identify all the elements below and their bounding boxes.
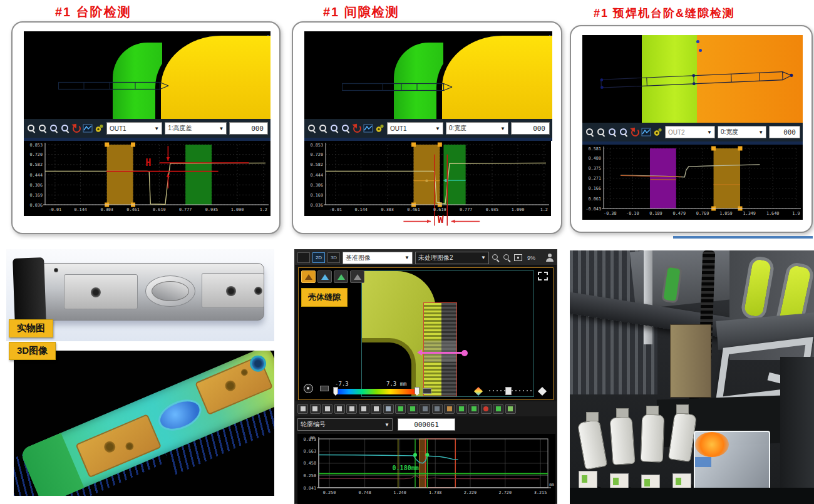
svg-text:1.640: 1.640 xyxy=(766,211,779,216)
zoom-area-icon[interactable] xyxy=(49,123,59,134)
product-photo: 实物图 xyxy=(6,249,274,341)
measure-height-icon[interactable] xyxy=(456,404,467,414)
fullscreen-icon[interactable] xyxy=(538,272,548,280)
profile-compare-button[interactable] xyxy=(317,270,332,283)
zoom-select-icon[interactable] xyxy=(371,404,381,414)
mask-icon[interactable] xyxy=(420,404,430,414)
zoom-in-icon[interactable] xyxy=(492,254,500,262)
profile-number-value[interactable]: 000061 xyxy=(398,418,455,431)
measure-select[interactable]: 1:高度差▼ xyxy=(165,122,227,135)
gap-profile-chart[interactable]: W0.8530.7200.5820.4440.3060.1690.036-0.0… xyxy=(304,141,551,235)
report-icon[interactable] xyxy=(505,404,516,414)
scale-min: -7.3 xyxy=(335,381,349,387)
scrollbar-handle[interactable] xyxy=(505,387,512,395)
reset-icon[interactable] xyxy=(630,127,640,138)
zoom-fit-icon[interactable] xyxy=(341,123,351,134)
zoom-out-icon[interactable] xyxy=(38,123,48,134)
output-select[interactable]: OUT2▼ xyxy=(665,126,715,138)
zoom-fit-icon[interactable] xyxy=(346,404,357,414)
grid-icon[interactable] xyxy=(383,404,394,414)
zoom-area-icon[interactable] xyxy=(329,123,339,134)
color-map-button[interactable] xyxy=(334,270,348,283)
zoom-out-icon[interactable] xyxy=(503,254,512,262)
user-icon[interactable] xyxy=(545,254,554,262)
value-display[interactable]: 000 xyxy=(769,126,800,138)
tab-3d[interactable]: 3D xyxy=(327,252,340,263)
center-boss xyxy=(145,275,195,307)
settings-icon[interactable] xyxy=(374,123,384,134)
zoom-100-icon[interactable] xyxy=(359,404,369,414)
scale-handle[interactable] xyxy=(415,387,420,396)
palette-icon[interactable] xyxy=(320,386,329,391)
color-scale[interactable] xyxy=(335,389,418,394)
pad-hole xyxy=(224,379,237,393)
black-clamp xyxy=(13,257,46,325)
zoom-in-icon[interactable] xyxy=(585,127,595,138)
measure-select[interactable]: 0:宽度▼ xyxy=(446,122,508,135)
output-select[interactable]: OUT1▼ xyxy=(387,122,443,135)
color-scale-bar: -7.3 7.3 mm xyxy=(300,381,552,398)
zoom-out-icon[interactable] xyxy=(318,123,328,134)
zoom-in-icon[interactable] xyxy=(310,404,321,414)
zoom-fit-icon[interactable] xyxy=(60,123,70,134)
roi-icon[interactable] xyxy=(432,404,443,414)
chevron-down-icon: ▼ xyxy=(500,126,505,131)
image-overlay-icon[interactable] xyxy=(408,404,418,414)
zoom-in-icon[interactable] xyxy=(26,123,36,134)
profile-graph-icon[interactable] xyxy=(363,123,373,134)
tab-2d[interactable]: 2D xyxy=(312,252,325,263)
settings-icon[interactable] xyxy=(652,127,662,138)
prewelder-profile-chart[interactable]: 0.5810.4800.3750.2710.1660.061-0.043-0.3… xyxy=(582,145,803,222)
grid-view-button[interactable] xyxy=(297,252,310,263)
zoom-out-icon[interactable] xyxy=(322,404,332,414)
processing-select[interactable]: 未处理图像2▼ xyxy=(415,252,489,264)
export-icon[interactable] xyxy=(493,404,503,414)
zoom-in-icon[interactable] xyxy=(307,123,317,134)
profile-graph-icon[interactable] xyxy=(641,127,651,138)
svg-text:0.582: 0.582 xyxy=(311,162,323,167)
gap-measurement-arrow[interactable] xyxy=(421,352,463,354)
shell-gap-profile-chart[interactable]: 0.180mm0.8730.6630.4580.2500.0410.2500.7… xyxy=(297,434,555,504)
record-icon[interactable] xyxy=(481,404,492,414)
measurement-roi[interactable] xyxy=(342,81,458,93)
value-display[interactable]: 000 xyxy=(229,122,268,135)
marker-diamond-icon[interactable] xyxy=(474,387,483,396)
fit-screen-icon[interactable] xyxy=(514,254,522,261)
zoom-fit-icon[interactable] xyxy=(619,127,629,138)
reset-icon[interactable] xyxy=(352,123,362,134)
zoom-area-icon[interactable] xyxy=(607,127,617,138)
photo-label: 实物图 xyxy=(9,319,53,337)
scale-handle[interactable] xyxy=(333,387,338,396)
svg-text:0.169: 0.169 xyxy=(30,193,43,198)
zoom-area-icon[interactable] xyxy=(334,404,345,414)
zoom-icon-group xyxy=(307,123,384,134)
value-display[interactable]: 000 xyxy=(511,122,550,135)
mask-button[interactable] xyxy=(350,270,364,283)
svg-text:0.444: 0.444 xyxy=(30,173,43,178)
step-profile-chart[interactable]: H0.8530.7200.5820.4440.3060.1690.036-0.0… xyxy=(24,141,270,219)
image-select[interactable]: 基准图像▼ xyxy=(343,252,413,264)
measure-select[interactable]: 0:宽度▼ xyxy=(718,126,766,138)
weld-pad xyxy=(64,274,138,309)
height-image-button[interactable] xyxy=(301,270,316,283)
marker-diamond-icon[interactable] xyxy=(538,387,547,396)
target-icon[interactable] xyxy=(304,384,313,393)
profile-graph-icon[interactable] xyxy=(83,123,93,134)
profile-number-select[interactable]: 轮廓编号▼ xyxy=(297,418,393,431)
image-compare-icon[interactable] xyxy=(395,404,406,414)
reset-icon[interactable] xyxy=(71,123,81,134)
display-mode-buttons xyxy=(301,270,364,283)
measure-width-icon[interactable] xyxy=(444,404,455,414)
zoom-out-icon[interactable] xyxy=(596,127,606,138)
settings-icon[interactable] xyxy=(94,123,104,134)
h-scrollbar[interactable] xyxy=(488,389,532,394)
pad-hole xyxy=(102,440,117,455)
svg-text:0.461: 0.461 xyxy=(126,207,139,212)
output-select[interactable]: OUT1▼ xyxy=(106,122,162,135)
measure-area-icon[interactable] xyxy=(468,404,479,414)
edge-point xyxy=(699,49,702,52)
pan-icon[interactable] xyxy=(297,404,308,414)
end-hole xyxy=(254,287,262,295)
range-icon[interactable] xyxy=(423,388,431,394)
measurement-roi[interactable] xyxy=(58,80,174,91)
